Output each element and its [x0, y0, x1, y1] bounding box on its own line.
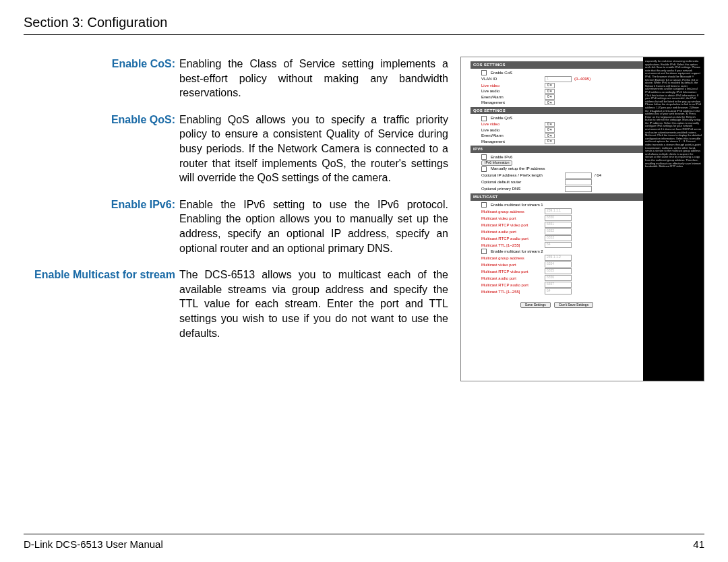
footer-page-number: 41 — [693, 538, 704, 550]
panel-left-strip — [461, 57, 471, 381]
mc-row-label: Multicast TTL [1~255] — [481, 290, 542, 294]
definition-cos: Enable CoS: Enabling the Class of Servic… — [24, 57, 448, 100]
checkbox-icon[interactable] — [481, 166, 487, 172]
desc-cos: Enabling the Class of Service setting im… — [179, 57, 448, 100]
mc-input[interactable]: 64 — [545, 242, 572, 248]
vlan-label: VLAN ID — [481, 77, 542, 82]
qos-header: QOS SETTINGS — [471, 107, 643, 115]
cos-row-label: Live audio — [481, 89, 542, 94]
ipv6-optip-input[interactable] — [565, 173, 592, 179]
desc-multicast: The DCS-6513 allows you to multicast eac… — [179, 268, 448, 340]
qos-select[interactable]: 0 ▾ — [545, 127, 555, 133]
mc-input[interactable]: 239.1.1.2 — [545, 255, 572, 261]
mc-input[interactable]: 6551 — [545, 222, 572, 228]
ipv6-router-input[interactable] — [565, 179, 592, 185]
mc-input[interactable]: 6557 — [545, 282, 572, 288]
multicast-enable2: Enable multicast for stream 2 — [491, 249, 543, 254]
multicast-header: MULTICAST — [471, 193, 643, 201]
mc-input[interactable]: 6550 — [545, 215, 572, 221]
mc-row-label: Multicast audio port — [481, 276, 542, 281]
cos-row-label: Management — [481, 100, 542, 105]
mc-row-label: Multicast video port — [481, 216, 542, 221]
checkbox-icon[interactable] — [481, 70, 487, 75]
cos-select[interactable]: 0 ▾ — [545, 94, 555, 100]
mc-input[interactable]: 6555 — [545, 268, 572, 274]
cos-enable: Enable CoS — [491, 71, 512, 75]
ipv6-dns-input[interactable] — [565, 186, 592, 192]
mc-input[interactable]: 64 — [545, 288, 572, 294]
save-button[interactable]: Save Settings — [520, 302, 551, 309]
definition-multicast: Enable Multicast for stream The DCS-6513… — [24, 268, 448, 340]
mc-row-label: Multicast RTCP audio port — [481, 283, 542, 288]
mc-row-label: Multicast RTCP video port — [481, 270, 542, 274]
mc-input[interactable]: 6556 — [545, 275, 572, 281]
help-sidebar: especially for real-time streaming multi… — [643, 57, 704, 381]
mc-input[interactable]: 6552 — [545, 228, 572, 235]
qos-select[interactable]: 0 ▾ — [545, 133, 555, 139]
mc-row-label: Multicast RTCP audio port — [481, 237, 542, 241]
ipv6-dns-label: Optional primary DNS — [481, 187, 562, 191]
vlan-hint: (0~4095) — [574, 77, 590, 82]
mc-row-label: Multicast group address — [481, 256, 542, 261]
qos-row-label: Event/Alarm — [481, 133, 542, 138]
checkbox-icon[interactable] — [481, 202, 487, 208]
content-area: Enable CoS: Enabling the Class of Servic… — [24, 35, 704, 381]
mc-input[interactable]: 239.1.1.1 — [545, 208, 572, 214]
cos-select[interactable]: 0 ▾ — [545, 89, 555, 94]
ipv6-prefix: / 64 — [595, 173, 601, 178]
cos-row-label: Live video — [481, 84, 542, 88]
cos-select[interactable]: 0 ▾ — [545, 83, 555, 88]
desc-qos: Enabling QoS allows you to specify a tra… — [179, 113, 448, 185]
checkbox-icon[interactable] — [481, 154, 487, 160]
qos-select[interactable]: 0 ▾ — [545, 139, 555, 144]
embedded-screenshot: COS SETTINGS Enable CoS VLAN ID1(0~4095)… — [460, 57, 704, 381]
vlan-input[interactable]: 1 — [545, 76, 572, 82]
checkbox-icon[interactable] — [481, 116, 487, 121]
dont-save-button[interactable]: Don't Save Settings — [554, 302, 593, 309]
mc-row-label: Multicast TTL [1~255] — [481, 243, 542, 248]
mc-row-label: Multicast RTCP video port — [481, 223, 542, 228]
mc-input[interactable]: 6553 — [545, 235, 572, 241]
definitions-column: Enable CoS: Enabling the Class of Servic… — [24, 57, 448, 381]
ipv6-manual: Manually setup the IP address — [491, 166, 545, 171]
mc-input[interactable]: 6554 — [545, 261, 572, 268]
qos-row-label: Management — [481, 139, 542, 144]
ipv6-info-button[interactable]: IPv6 Information — [481, 160, 512, 166]
label-qos: Enable QoS: — [24, 113, 179, 185]
mc-row-label: Multicast video port — [481, 263, 542, 268]
label-cos: Enable CoS: — [24, 57, 179, 100]
panel-main: COS SETTINGS Enable CoS VLAN ID1(0~4095)… — [471, 57, 643, 381]
qos-row-label: Live video — [481, 122, 542, 127]
footer-left: D-Link DCS-6513 User Manual — [24, 538, 163, 550]
label-ipv6: Enable IPv6: — [24, 197, 179, 255]
qos-select[interactable]: 0 ▾ — [545, 122, 555, 127]
desc-ipv6: Enable the IPv6 setting to use the IPv6 … — [179, 197, 448, 255]
definition-ipv6: Enable IPv6: Enable the IPv6 setting to … — [24, 197, 448, 255]
cos-select[interactable]: 0 ▾ — [545, 100, 555, 106]
ipv6-optip-label: Optional IP address / Prefix length — [481, 173, 562, 178]
multicast-enable1: Enable multicast for stream 1 — [491, 203, 543, 208]
definition-qos: Enable QoS: Enabling QoS allows you to s… — [24, 113, 448, 185]
ipv6-header: IPV6 — [471, 146, 643, 153]
label-multicast: Enable Multicast for stream — [24, 268, 179, 340]
qos-enable: Enable QoS — [491, 116, 512, 121]
page-title: Section 3: Configuration — [24, 15, 704, 30]
cos-row-label: Event/Alarm — [481, 95, 542, 100]
ipv6-enable: Enable IPv6 — [491, 155, 512, 160]
footer: D-Link DCS-6513 User Manual 41 — [24, 534, 704, 550]
checkbox-icon[interactable] — [481, 249, 487, 254]
qos-row-label: Live audio — [481, 128, 542, 133]
cos-header: COS SETTINGS — [471, 61, 643, 69]
mc-row-label: Multicast audio port — [481, 230, 542, 235]
mc-row-label: Multicast group address — [481, 210, 542, 214]
ipv6-router-label: Optional default router — [481, 180, 562, 185]
